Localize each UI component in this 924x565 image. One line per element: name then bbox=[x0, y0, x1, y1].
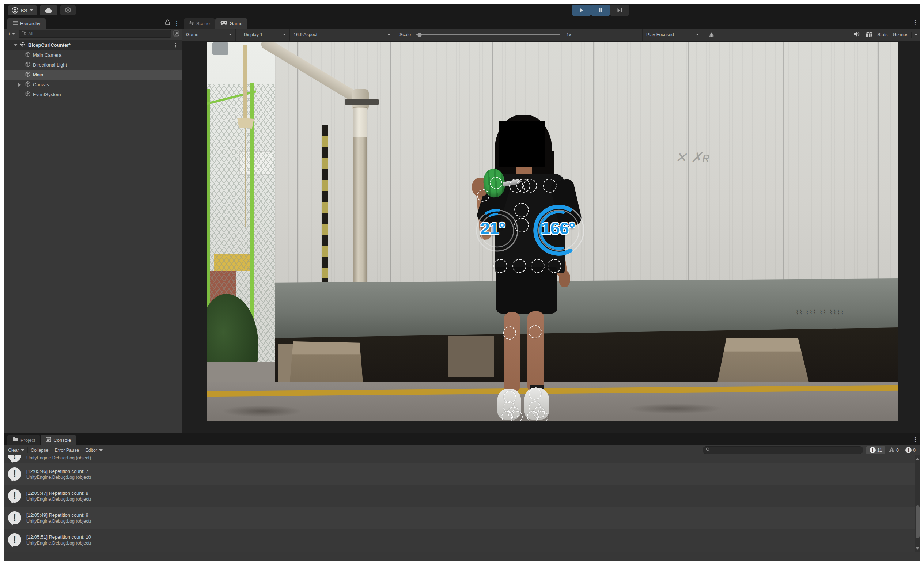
scrollbar-thumb[interactable] bbox=[916, 505, 920, 538]
log-entry[interactable]: ! [12:05:49] Repetition count: 9 UnityEn… bbox=[4, 507, 920, 529]
game-viewport[interactable]: ✕ ✗ʀ ⌇⌇ ⌇⌇⌇ ⌇⌇ ⌇⌇⌇⌇ bbox=[182, 41, 920, 433]
clear-button[interactable]: Clear bbox=[5, 445, 27, 455]
stats-button[interactable]: Stats bbox=[877, 32, 888, 37]
scroll-down-arrow[interactable] bbox=[916, 547, 919, 550]
search-icon bbox=[21, 31, 26, 37]
tab-game[interactable]: Game bbox=[215, 18, 248, 28]
settings-button[interactable] bbox=[60, 6, 76, 15]
right-leg bbox=[527, 312, 544, 391]
scroll-up-arrow[interactable] bbox=[916, 457, 919, 460]
play-focused-dropdown[interactable]: Play Focused bbox=[642, 28, 703, 40]
pose-landmark bbox=[511, 411, 523, 421]
chevron-down-icon[interactable] bbox=[21, 449, 24, 451]
skirt-scribble: ⌇⌇ ⌇⌇⌇ ⌇⌇ ⌇⌇⌇⌇ bbox=[796, 309, 880, 316]
console-toolbar: Clear Collapse Error Pause Editor ! 11 bbox=[4, 445, 920, 456]
display-dropdown[interactable]: Display 1 bbox=[236, 28, 290, 40]
gear-hexagon-icon bbox=[65, 7, 71, 13]
item-label: EventSystem bbox=[33, 92, 61, 97]
concrete-block-left bbox=[290, 341, 363, 387]
mute-audio-icon[interactable] bbox=[854, 31, 860, 38]
tab-hierarchy[interactable]: Hierarchy bbox=[7, 18, 46, 28]
gamepad-icon bbox=[220, 21, 227, 26]
game-menu-icon[interactable]: ⋮ bbox=[913, 19, 918, 25]
hierarchy-item-directional-light[interactable]: Directional Light bbox=[4, 60, 182, 70]
left-elbow-angle: 21° bbox=[480, 218, 505, 238]
chevron-down-icon bbox=[30, 9, 33, 11]
pick-window-icon[interactable] bbox=[173, 30, 180, 37]
hierarchy-search[interactable] bbox=[19, 30, 171, 37]
collapse-arrow-icon[interactable] bbox=[14, 44, 18, 46]
log-entry-partial[interactable]: ! UnityEngine.Debug:Log (object) bbox=[4, 456, 920, 463]
console-scrollbar[interactable] bbox=[915, 456, 920, 552]
error-count-toggle[interactable]: ! 0 bbox=[902, 446, 919, 454]
console-search[interactable] bbox=[702, 446, 863, 454]
hierarchy-item-eventsystem[interactable]: EventSystem bbox=[4, 90, 182, 99]
console-search-input[interactable] bbox=[712, 448, 860, 453]
right-elbow-angle: 166° bbox=[541, 218, 575, 238]
avatar-icon bbox=[12, 7, 18, 13]
aspect-dropdown[interactable]: 16:9 Aspect bbox=[290, 28, 394, 40]
gameobject-cube-icon bbox=[25, 81, 31, 88]
game-toolbar-right: Stats Gizmos bbox=[850, 28, 920, 40]
error-pause-button[interactable]: Error Pause bbox=[52, 445, 82, 455]
debug-bug-icon[interactable] bbox=[703, 28, 720, 40]
warning-icon bbox=[888, 447, 895, 454]
info-count-toggle[interactable]: ! 11 bbox=[866, 446, 885, 454]
concrete-block-center bbox=[448, 336, 494, 377]
unity-editor-window: BS bbox=[4, 4, 920, 561]
game-tab-strip: Scene Game ⋮ bbox=[182, 17, 920, 28]
error-icon: ! bbox=[905, 447, 912, 453]
hierarchy-search-input[interactable] bbox=[28, 31, 168, 36]
webcam-frame: ✕ ✗ʀ ⌇⌇ ⌇⌇⌇ ⌇⌇ ⌇⌇⌇⌇ bbox=[207, 42, 898, 421]
scale-slider[interactable] bbox=[416, 34, 560, 35]
play-button[interactable] bbox=[572, 5, 591, 16]
scene-grid-icon bbox=[189, 21, 194, 27]
vsync-grid-icon[interactable] bbox=[865, 31, 872, 38]
console-tab-strip: Project Console ⋮ bbox=[4, 434, 920, 445]
scale-label: Scale bbox=[399, 32, 411, 37]
gameobject-cube-icon bbox=[25, 51, 31, 58]
info-log-icon: ! bbox=[870, 447, 876, 453]
collapse-button[interactable]: Collapse bbox=[28, 445, 51, 455]
account-button[interactable]: BS bbox=[8, 6, 37, 15]
gameobject-cube-icon bbox=[25, 91, 31, 98]
unlock-icon[interactable] bbox=[165, 19, 170, 27]
cloud-button[interactable] bbox=[40, 6, 57, 15]
warning-count-toggle[interactable]: 0 bbox=[885, 446, 902, 454]
ground-stain bbox=[222, 405, 302, 417]
add-object-button[interactable]: + bbox=[6, 30, 16, 37]
expand-arrow-icon[interactable] bbox=[18, 83, 21, 87]
game-tab-label: Game bbox=[230, 21, 242, 26]
gizmos-dropdown[interactable]: Gizmos bbox=[893, 32, 917, 37]
log-entry[interactable]: ! [12:05:51] Repetition count: 10 UnityE… bbox=[4, 529, 920, 551]
step-button[interactable] bbox=[610, 5, 628, 16]
hierarchy-item-canvas[interactable]: Canvas bbox=[4, 80, 182, 90]
hierarchy-item-main-camera[interactable]: Main Camera bbox=[4, 50, 182, 60]
editor-dropdown[interactable]: Editor bbox=[82, 445, 106, 455]
item-label: Directional Light bbox=[33, 62, 67, 67]
scene-row[interactable]: BicepCurlCounter* ⋮ bbox=[4, 40, 182, 50]
tab-console[interactable]: Console bbox=[40, 435, 76, 445]
wall-graffiti: ✕ ✗ʀ bbox=[675, 150, 726, 168]
log-entry[interactable]: ! [12:05:47] Repetition count: 8 UnityEn… bbox=[4, 485, 920, 507]
left-leg bbox=[504, 312, 520, 391]
hierarchy-menu-icon[interactable]: ⋮ bbox=[174, 21, 180, 26]
hierarchy-tree: BicepCurlCounter* ⋮ Main Camera Directio… bbox=[4, 39, 182, 433]
display-target-dropdown[interactable]: Game bbox=[182, 28, 236, 40]
hierarchy-tab-label: Hierarchy bbox=[20, 21, 40, 26]
scale-slider-thumb[interactable] bbox=[417, 33, 422, 37]
tab-project[interactable]: Project bbox=[7, 435, 40, 445]
item-label: Main bbox=[33, 72, 43, 78]
console-log-list[interactable]: ! UnityEngine.Debug:Log (object) ! [12:0… bbox=[4, 456, 920, 552]
pipe-pvc-section bbox=[354, 108, 367, 138]
log-entry[interactable]: ! [12:05:46] Repetition count: 7 UnityEn… bbox=[4, 463, 920, 485]
hierarchy-item-main[interactable]: Main bbox=[4, 70, 182, 80]
project-tab-label: Project bbox=[21, 438, 35, 443]
pause-button[interactable] bbox=[591, 5, 610, 16]
tab-scene[interactable]: Scene bbox=[184, 18, 215, 28]
pose-landmark bbox=[490, 177, 502, 189]
console-menu-icon[interactable]: ⋮ bbox=[913, 437, 918, 442]
search-icon bbox=[706, 447, 710, 453]
list-icon bbox=[12, 21, 18, 26]
scene-menu-icon[interactable]: ⋮ bbox=[173, 42, 178, 48]
